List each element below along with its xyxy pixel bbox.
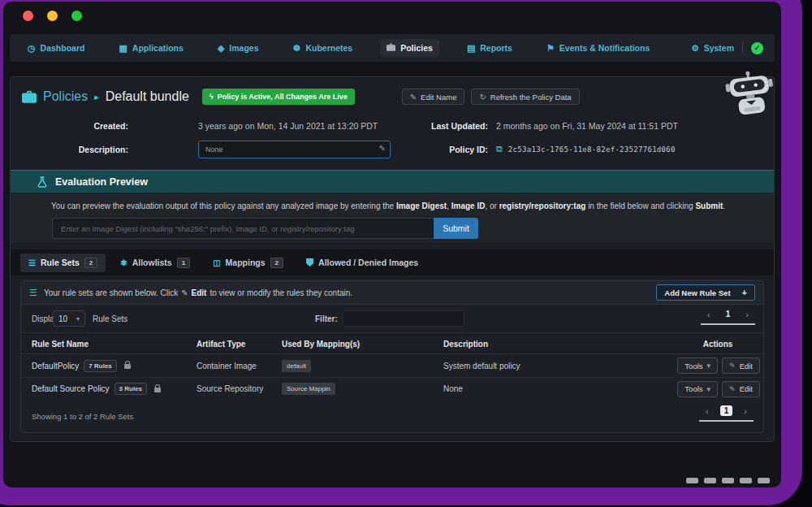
page-previous-icon[interactable]: ‹ [707,310,710,319]
footer-social-icons [686,478,770,483]
breadcrumb-policies-link[interactable]: Policies [43,89,88,104]
policies-briefcase-icon [22,90,37,103]
edit-rule-set-button[interactable]: ✎ Edit [722,381,760,397]
nav-item-policies[interactable]: Policies [380,39,439,57]
page-title: Default bundle [106,89,189,104]
chevron-right-icon: ▸ [94,92,99,102]
zoom-window-button[interactable] [71,11,82,21]
footer-icon[interactable] [758,478,770,483]
table-footer: Showing 1 to 2 of 2 Rule Sets ‹ 1 › [21,401,763,433]
column-rule-set-name: Rule Set Name [32,333,89,355]
filter-input[interactable] [343,310,464,327]
chevron-down-icon: ▾ [707,362,711,370]
mapping-badge: Source Mappin [282,383,335,395]
last-updated-label: Last Updated: [376,121,488,131]
table-row: Default Source Policy 3 Rules Source Rep… [21,377,763,400]
nav-label: Reports [480,43,512,53]
table-controls-row: Display 10 ▾ Rule Sets Filter: ‹ 1 › [21,305,763,332]
evaluation-preview-banner: Evaluation Preview [11,170,774,193]
refresh-label: Refresh the Policy Data [490,93,572,102]
footer-icon[interactable] [704,478,716,483]
info-text-part: to view or modify the rules they contain… [209,288,352,297]
nav-label: Events & Notifications [559,43,650,53]
tab-allowlists[interactable]: ✱ Allowlists 1 [112,254,198,272]
main-nav: ◷ Dashboard ▦ Applications ◈ Images ☸ Ku… [10,34,775,62]
policy-meta: Created: 3 years ago on Mon, 14 Jun 2021… [11,115,774,168]
page-number[interactable]: 1 [722,309,735,319]
edit-rule-set-button[interactable]: ✎ Edit [722,358,760,374]
nav-item-applications[interactable]: ▦ Applications [112,39,189,58]
rules-count-badge: 7 Rules [84,360,116,372]
page-next-icon[interactable]: › [745,310,749,319]
asterisk-icon: ✱ [120,258,127,267]
status-label: Policy is Active, All Changes Are Live [218,93,348,101]
page-previous-icon[interactable]: ‹ [706,406,709,416]
submit-button[interactable]: Submit [434,218,478,239]
nav-item-dashboard[interactable]: ◷ Dashboard [21,39,91,58]
nav-item-reports[interactable]: ▤ Reports [460,39,519,58]
tab-mappings[interactable]: ◫ Mappings 2 [205,254,292,272]
nav-item-kubernetes[interactable]: ☸ Kubernetes [287,39,360,58]
nav-item-system[interactable]: ⚙ System [691,43,734,53]
artifact-type: Container Image [197,354,257,377]
policy-id-value: 2c53a13c-1765-11e8-82ef-23527761d060 [508,145,676,154]
nav-item-events-notifications[interactable]: ⚑ Events & Notifications [540,39,656,58]
column-description: Description [443,333,488,355]
info-text-part: Your rule sets are shown below. Click [44,288,178,297]
refresh-policy-button[interactable]: ↻ Refresh the Policy Data [471,89,579,105]
dashboard-icon: ◷ [28,43,36,54]
edit-name-button[interactable]: ✎ Edit Name [402,89,465,105]
tab-rule-sets[interactable]: ☰ Rule Sets 2 [20,254,106,272]
add-new-rule-set-button[interactable]: Add New Rule Set + [656,284,755,301]
footer-icon[interactable] [686,478,698,483]
page-number[interactable]: 1 [720,405,733,416]
instr-text: You can preview the evaluation output of… [51,202,396,210]
tools-dropdown-button[interactable]: Tools ▾ [677,358,718,374]
display-count-select[interactable]: 10 ▾ [53,310,85,327]
close-window-button[interactable] [23,11,33,21]
page-next-icon[interactable]: › [744,406,747,416]
images-tag-icon: ◈ [218,43,224,54]
rule-set-description: None [443,378,463,400]
nav-item-images[interactable]: ◈ Images [211,39,266,58]
applications-icon: ▦ [119,43,127,54]
filter-label: Filter: [315,314,338,323]
nav-label: Images [229,43,258,53]
nav-label: Applications [132,43,184,53]
policy-header: Policies ▸ Default bundle ϟ Policy is Ac… [22,84,762,110]
edit-label: Edit [740,362,753,370]
footer-icon[interactable] [740,478,752,483]
tab-label: Rule Sets [41,258,80,267]
instr-text: in the field below and clicking [585,202,695,210]
column-used-by-mappings: Used By Mapping(s) [282,333,360,355]
tab-count-badge: 2 [270,258,283,268]
image-digest-input[interactable] [52,218,434,239]
edit-pencil-icon: ✎ [729,362,736,370]
last-updated-value: 2 months ago on Fri, 31 May 2024 at 11:5… [496,121,678,131]
tab-label: Allowed / Denied Images [318,258,418,267]
edit-pencil-icon: ✎ [729,385,736,393]
system-health-check-icon[interactable]: ✓ [751,42,763,54]
refresh-icon: ↻ [479,93,486,102]
edit-name-label: Edit Name [421,93,456,102]
bullhorn-icon: ⚑ [546,43,555,54]
plus-icon: + [742,288,747,297]
description-input[interactable] [198,141,391,158]
tools-dropdown-button[interactable]: Tools ▾ [677,381,718,397]
copy-icon[interactable]: ⧉ [496,144,503,154]
minimize-window-button[interactable] [47,11,58,21]
policy-active-status-button[interactable]: ϟ Policy is Active, All Changes Are Live [202,89,355,105]
map-icon: ◫ [213,258,220,267]
column-actions: Actions [693,333,742,355]
nav-divider [742,42,743,54]
results-summary: Showing 1 to 2 of 2 Rule Sets [32,412,133,421]
instr-bold: Image ID [451,202,486,210]
tab-label: Mappings [226,258,266,267]
instr-bold: Image Digest [396,202,447,210]
tab-allowed-denied-images[interactable]: Allowed / Denied Images [298,254,426,271]
description-input-wrap: ✎ [198,141,391,158]
rules-count-badge: 3 Rules [114,383,147,395]
footer-icon[interactable] [722,478,734,483]
gear-icon: ⚙ [691,43,698,53]
browser-window: ◷ Dashboard ▦ Applications ◈ Images ☸ Ku… [3,2,781,488]
